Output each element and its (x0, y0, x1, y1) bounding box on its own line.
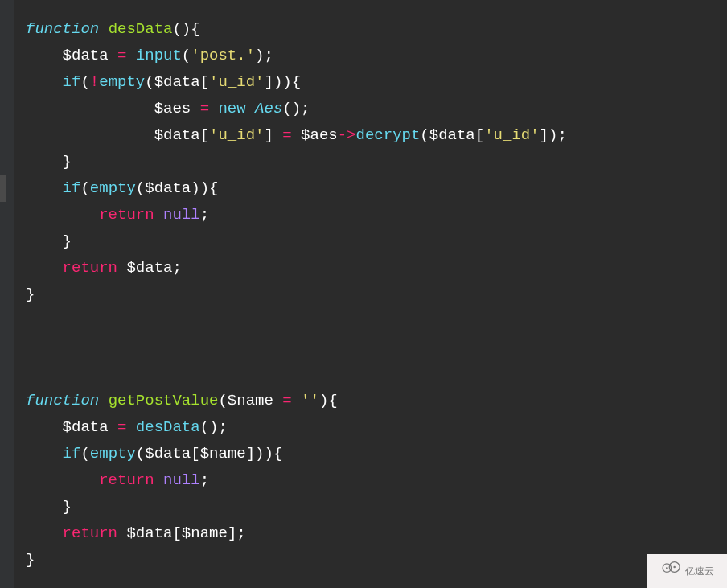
code-token: = (273, 126, 301, 144)
code-token: ( (218, 392, 227, 409)
code-token: [ (172, 524, 181, 542)
code-line[interactable] (26, 335, 727, 361)
code-token: ( (136, 445, 145, 463)
code-token: 'u_id' (484, 126, 539, 144)
code-token: if (63, 73, 81, 91)
editor-gutter[interactable] (0, 0, 14, 588)
code-line[interactable]: $aes = new Aes(); (26, 96, 727, 122)
code-token: $name (200, 445, 246, 463)
code-token: $data (63, 418, 109, 436)
code-token: empty (90, 445, 136, 463)
svg-point-2 (666, 566, 668, 569)
code-token: ( (182, 47, 191, 64)
code-token: $data (154, 73, 200, 91)
code-token: } (26, 551, 35, 569)
code-token: $data (429, 126, 475, 144)
code-token: ])){ (265, 73, 302, 91)
code-line[interactable]: } (26, 282, 727, 308)
code-token: ( (80, 445, 89, 463)
code-token: null (163, 471, 200, 489)
svg-point-3 (673, 565, 676, 568)
code-token: -> (338, 126, 356, 144)
code-line[interactable] (26, 308, 727, 335)
code-token: empty (90, 179, 136, 197)
code-token: desData (109, 20, 173, 38)
code-token: ( (420, 126, 429, 144)
code-line[interactable]: if(empty($data[$name])){ (26, 441, 727, 467)
code-line[interactable]: } (26, 494, 727, 520)
code-token: empty (99, 73, 145, 91)
code-token: return (63, 259, 127, 277)
code-token: $data (145, 179, 191, 197)
code-token: $aes (154, 100, 191, 117)
code-token: ] (264, 126, 273, 144)
code-token: = (273, 392, 301, 409)
code-token: return (63, 524, 127, 542)
code-token: 'post.' (191, 47, 255, 64)
code-token: = (109, 418, 136, 436)
code-line[interactable]: } (26, 547, 727, 574)
code-token: ; (172, 259, 181, 277)
code-token: (){ (172, 20, 199, 38)
code-line[interactable]: } (26, 228, 727, 255)
code-token: } (63, 232, 72, 250)
code-line[interactable]: if(empty($data)){ (26, 175, 727, 202)
code-line[interactable]: return null; (26, 202, 727, 228)
code-token: [ (200, 126, 209, 144)
code-token: (); (282, 100, 310, 117)
code-token: 'u_id' (209, 73, 264, 91)
code-token: if (63, 179, 81, 197)
code-line[interactable] (26, 361, 727, 388)
code-token: if (63, 445, 81, 463)
code-line[interactable]: function desData(){ (26, 16, 727, 43)
code-token: $data (63, 47, 109, 64)
code-token: [ (191, 445, 199, 463)
code-line[interactable]: } (26, 149, 727, 175)
code-token: ]); (540, 126, 567, 144)
code-editor-area[interactable]: function desData(){ $data = input('post.… (14, 0, 727, 588)
code-line[interactable]: $data = desData(); (26, 414, 727, 441)
code-line[interactable]: $data['u_id'] = $aes->decrypt($data['u_i… (26, 122, 727, 149)
code-token: desData (136, 418, 200, 436)
code-token: )){ (191, 179, 218, 197)
code-token: new (218, 100, 255, 117)
code-token: ( (136, 179, 145, 197)
code-token: $data (126, 524, 172, 542)
watermark-text: 亿速云 (685, 558, 714, 585)
code-line[interactable]: function getPostValue($name = ''){ (26, 388, 727, 414)
code-token: [ (475, 126, 484, 144)
code-token: null (163, 206, 200, 224)
code-line[interactable]: $data = input('post.'); (26, 43, 727, 69)
code-token: ( (80, 179, 89, 197)
code-token: ( (145, 73, 154, 91)
code-token: ]; (228, 524, 246, 542)
code-token: function (26, 20, 109, 38)
code-token: } (63, 153, 72, 171)
code-token: ; (200, 206, 209, 224)
gutter-highlight-marker[interactable] (0, 175, 6, 202)
code-token: $data (145, 445, 191, 463)
code-token: } (63, 498, 72, 516)
code-line[interactable]: if(!empty($data['u_id'])){ (26, 69, 727, 96)
code-token: function (26, 392, 109, 409)
code-token: decrypt (356, 126, 421, 144)
code-token: = (191, 100, 218, 117)
code-token: return (99, 206, 163, 224)
code-token: return (99, 471, 163, 489)
cloud-icon (659, 558, 682, 585)
code-line[interactable]: return $data[$name]; (26, 520, 727, 547)
code-line[interactable]: return $data; (26, 255, 727, 282)
code-token: = (109, 47, 136, 64)
code-token: $aes (301, 126, 338, 144)
code-token: ; (200, 471, 209, 489)
code-token: $data (154, 126, 200, 144)
code-token: $name (228, 392, 273, 409)
code-token: '' (301, 392, 319, 409)
code-token: getPostValue (109, 392, 219, 409)
code-token: $data (126, 259, 172, 277)
code-token: } (26, 286, 35, 303)
code-token: input (136, 47, 182, 64)
code-token: $name (182, 524, 228, 542)
code-token: (); (200, 418, 228, 436)
code-line[interactable]: return null; (26, 467, 727, 494)
